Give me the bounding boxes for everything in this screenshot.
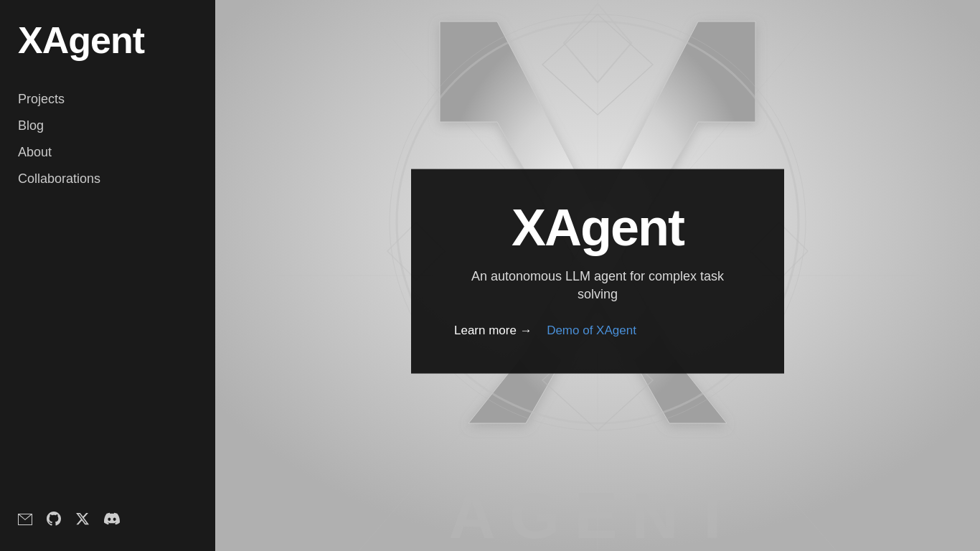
discord-icon[interactable] <box>104 512 120 529</box>
hero-links: Learn more → Demo of XAgent <box>454 324 741 338</box>
demo-link[interactable]: Demo of XAgent <box>547 324 636 338</box>
learn-more-link[interactable]: Learn more → <box>454 324 532 338</box>
app-title[interactable]: XAgent <box>18 22 201 59</box>
twitter-icon[interactable] <box>75 512 90 529</box>
nav-about[interactable]: About <box>18 141 201 164</box>
hero-card: XAgent An autonomous LLM agent for compl… <box>411 169 784 374</box>
hero-subtitle: An autonomous LLM agent for complex task… <box>454 268 741 303</box>
nav-collaborations[interactable]: Collaborations <box>18 167 201 191</box>
hero-title: XAgent <box>454 202 741 253</box>
github-icon[interactable] <box>47 512 61 529</box>
email-icon[interactable] <box>18 512 32 529</box>
sidebar: XAgent Projects Blog About Collaboration… <box>0 0 215 551</box>
nav-projects[interactable]: Projects <box>18 88 201 111</box>
main-content: AGENT XAgent An autonomous LLM agent for… <box>215 0 980 551</box>
svg-text:AGENT: AGENT <box>449 480 747 551</box>
sidebar-nav: Projects Blog About Collaborations <box>18 88 201 191</box>
social-links <box>18 512 120 529</box>
nav-blog[interactable]: Blog <box>18 114 201 138</box>
